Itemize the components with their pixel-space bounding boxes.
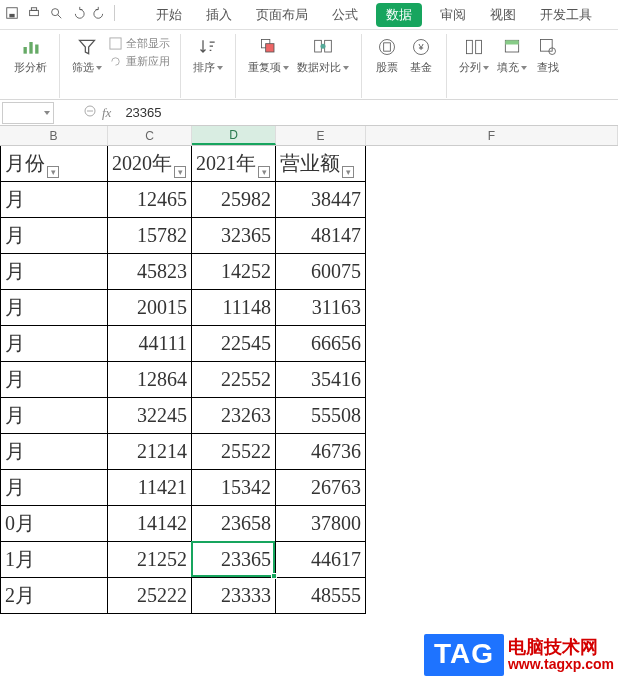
cell-2021[interactable]: 22545 xyxy=(192,326,276,362)
empty-cell[interactable] xyxy=(366,434,618,470)
cell-rev[interactable]: 44617 xyxy=(276,542,366,578)
empty-cell[interactable] xyxy=(366,398,618,434)
col-header-b[interactable]: B xyxy=(0,126,108,145)
duplicates-button[interactable]: 重复项 xyxy=(244,34,293,77)
col-header-f[interactable]: F xyxy=(366,126,618,145)
undo-icon[interactable] xyxy=(70,5,86,21)
cell-rev[interactable]: 31163 xyxy=(276,290,366,326)
filter-dropdown-icon[interactable] xyxy=(174,166,186,178)
filter-button[interactable]: 筛选 xyxy=(68,34,106,77)
cell-rev[interactable]: 35416 xyxy=(276,362,366,398)
redo-icon[interactable] xyxy=(92,5,108,21)
stocks-button[interactable]: 股票 xyxy=(370,34,404,77)
cell-2021[interactable]: 11148 xyxy=(192,290,276,326)
cell-rev[interactable]: 37800 xyxy=(276,506,366,542)
cell-2020[interactable]: 21214 xyxy=(108,434,192,470)
cell-month[interactable]: 月 xyxy=(0,362,108,398)
sort-button[interactable]: 排序 xyxy=(189,34,227,77)
reapply-button[interactable]: 重新应用 xyxy=(108,54,170,69)
tab-view[interactable]: 视图 xyxy=(484,2,522,28)
preview-icon[interactable] xyxy=(48,5,64,21)
col-header-c[interactable]: C xyxy=(108,126,192,145)
empty-cell[interactable] xyxy=(366,290,618,326)
tab-review[interactable]: 审阅 xyxy=(434,2,472,28)
cell-2021[interactable]: 23333 xyxy=(192,578,276,614)
filter-dropdown-icon[interactable] xyxy=(258,166,270,178)
header-rev[interactable]: 营业额 xyxy=(276,146,366,182)
cell-2021[interactable]: 25522 xyxy=(192,434,276,470)
empty-cell[interactable] xyxy=(366,542,618,578)
col-header-e[interactable]: E xyxy=(276,126,366,145)
cell-rev[interactable]: 38447 xyxy=(276,182,366,218)
col-header-d[interactable]: D xyxy=(192,126,276,145)
analysis-button[interactable]: 形分析 xyxy=(10,34,51,77)
filter-dropdown-icon[interactable] xyxy=(342,166,354,178)
cell-month[interactable]: 月 xyxy=(0,290,108,326)
cell-month[interactable]: 月 xyxy=(0,398,108,434)
name-box[interactable] xyxy=(2,102,54,124)
cell-2020[interactable]: 45823 xyxy=(108,254,192,290)
lookup-button[interactable]: 查找 xyxy=(531,34,565,77)
tab-start[interactable]: 开始 xyxy=(150,2,188,28)
empty-cell[interactable] xyxy=(366,578,618,614)
empty-cell[interactable] xyxy=(366,506,618,542)
header-2021[interactable]: 2021年 xyxy=(192,146,276,182)
cell-2020[interactable]: 14142 xyxy=(108,506,192,542)
cell-rev[interactable]: 48555 xyxy=(276,578,366,614)
cell-2021[interactable]: 23263 xyxy=(192,398,276,434)
cell-month[interactable]: 月 xyxy=(0,434,108,470)
show-all-button[interactable]: 全部显示 xyxy=(108,36,170,51)
filter-dropdown-icon[interactable] xyxy=(47,166,59,178)
cell-rev[interactable]: 60075 xyxy=(276,254,366,290)
empty-cell[interactable] xyxy=(366,326,618,362)
cell-2021[interactable]: 22552 xyxy=(192,362,276,398)
empty-cell[interactable] xyxy=(366,146,618,182)
cell-2021[interactable]: 15342 xyxy=(192,470,276,506)
tab-insert[interactable]: 插入 xyxy=(200,2,238,28)
save-icon[interactable] xyxy=(4,5,20,21)
cell-month[interactable]: 2月 xyxy=(0,578,108,614)
empty-cell[interactable] xyxy=(366,218,618,254)
cell-rev[interactable]: 55508 xyxy=(276,398,366,434)
cell-month[interactable]: 月 xyxy=(0,218,108,254)
cell-rev[interactable]: 66656 xyxy=(276,326,366,362)
compare-button[interactable]: 数据对比 xyxy=(293,34,353,77)
cell-rev[interactable]: 46736 xyxy=(276,434,366,470)
cell-2021[interactable]: 23365 xyxy=(192,542,276,578)
cell-2021[interactable]: 14252 xyxy=(192,254,276,290)
cell-2021[interactable]: 32365 xyxy=(192,218,276,254)
cell-2020[interactable]: 44111 xyxy=(108,326,192,362)
header-month[interactable]: 月份 xyxy=(0,146,108,182)
tab-layout[interactable]: 页面布局 xyxy=(250,2,314,28)
cell-month[interactable]: 1月 xyxy=(0,542,108,578)
cell-month[interactable]: 月 xyxy=(0,254,108,290)
cell-2020[interactable]: 32245 xyxy=(108,398,192,434)
cell-2020[interactable]: 25222 xyxy=(108,578,192,614)
cell-2020[interactable]: 11421 xyxy=(108,470,192,506)
fund-button[interactable]: ¥ 基金 xyxy=(404,34,438,77)
tab-data[interactable]: 数据 xyxy=(376,3,422,27)
cell-2020[interactable]: 21252 xyxy=(108,542,192,578)
tab-formula[interactable]: 公式 xyxy=(326,2,364,28)
split-button[interactable]: 分列 xyxy=(455,34,493,77)
empty-cell[interactable] xyxy=(366,362,618,398)
cell-2020[interactable]: 20015 xyxy=(108,290,192,326)
cell-month[interactable]: 月 xyxy=(0,182,108,218)
formula-input[interactable]: 23365 xyxy=(121,105,618,120)
empty-cell[interactable] xyxy=(366,182,618,218)
empty-cell[interactable] xyxy=(366,254,618,290)
fill-button[interactable]: 填充 xyxy=(493,34,531,77)
tab-dev[interactable]: 开发工具 xyxy=(534,2,598,28)
empty-cell[interactable] xyxy=(366,470,618,506)
fx-icon[interactable]: fx xyxy=(102,105,111,121)
cell-2021[interactable]: 25982 xyxy=(192,182,276,218)
cell-2020[interactable]: 12465 xyxy=(108,182,192,218)
cell-2020[interactable]: 12864 xyxy=(108,362,192,398)
header-2020[interactable]: 2020年 xyxy=(108,146,192,182)
cell-month[interactable]: 月 xyxy=(0,470,108,506)
cancel-icon[interactable] xyxy=(84,105,96,120)
cell-month[interactable]: 0月 xyxy=(0,506,108,542)
cell-rev[interactable]: 48147 xyxy=(276,218,366,254)
cell-2021[interactable]: 23658 xyxy=(192,506,276,542)
cell-2020[interactable]: 15782 xyxy=(108,218,192,254)
